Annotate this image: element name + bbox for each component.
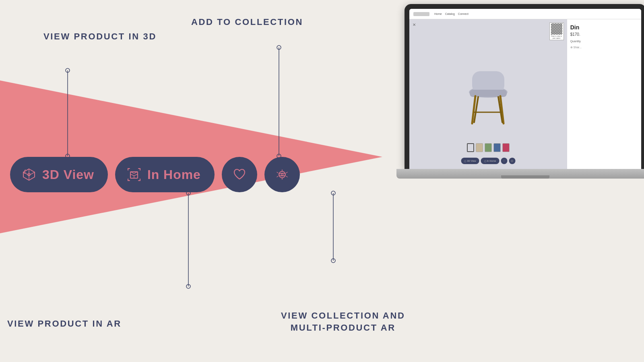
annotation-view-ar: VIEW PRODUCT IN AR bbox=[7, 319, 122, 329]
laptop-screen-outer: Home Catalog Connect ✕ Scan to view inyo… bbox=[405, 4, 644, 169]
chair-product-image bbox=[460, 60, 516, 128]
laptop-btn-3d: ⬡ 3D View bbox=[461, 158, 479, 164]
svg-point-2 bbox=[66, 68, 70, 72]
webpage-actions: ⬡ 3D View ⬡ In Home ♡ ◎ bbox=[461, 158, 515, 164]
laptop-screen-inner: Home Catalog Connect ✕ Scan to view inyo… bbox=[409, 9, 641, 169]
laptop-3d-label: 3D View bbox=[467, 160, 476, 162]
annotation-view-3d: VIEW PRODUCT IN 3D bbox=[43, 31, 157, 42]
btn-3d-view-label: 3D View bbox=[42, 167, 94, 182]
nav-link-connect: Connect bbox=[458, 12, 469, 15]
svg-point-17 bbox=[281, 174, 283, 176]
btn-ar-scan[interactable] bbox=[264, 157, 300, 192]
nav-link-home: Home bbox=[434, 12, 442, 15]
laptop-inhome-label: In Home bbox=[487, 160, 496, 162]
annotation-multi-ar-line1: VIEW COLLECTION AND bbox=[281, 311, 405, 321]
btn-in-home-label: In Home bbox=[147, 167, 201, 182]
swatch-gray bbox=[467, 143, 474, 152]
qr-pattern bbox=[551, 23, 562, 35]
product-close: ✕ bbox=[413, 23, 416, 27]
swatch-tan bbox=[476, 143, 483, 152]
product-price: $170. bbox=[570, 32, 638, 37]
annotation-view-ar-text: VIEW PRODUCT IN AR bbox=[7, 319, 122, 329]
svg-point-5 bbox=[277, 45, 281, 49]
color-swatches bbox=[467, 143, 510, 152]
annotation-add-collection-text: ADD TO COLLECTION bbox=[191, 17, 303, 27]
ar-box-icon bbox=[126, 167, 142, 182]
ar-scan-icon bbox=[275, 167, 290, 182]
swatch-green bbox=[485, 143, 492, 152]
nav-links: Home Catalog Connect bbox=[434, 12, 469, 15]
btn-3d-view[interactable]: 3D View bbox=[10, 157, 108, 192]
product-info-panel: Din $170. Quantity ⊕ Shar... bbox=[567, 19, 641, 169]
nav-link-catalog: Catalog bbox=[445, 12, 455, 15]
product-share: ⊕ Shar... bbox=[570, 46, 638, 49]
svg-point-15 bbox=[279, 171, 285, 178]
laptop-ar-icon: ◎ bbox=[511, 159, 513, 162]
product-viewer: ✕ Scan to view inyour space bbox=[409, 19, 567, 169]
laptop-btn-ar: ◎ bbox=[509, 158, 515, 164]
swatch-pink bbox=[502, 143, 510, 152]
svg-point-9 bbox=[186, 284, 190, 288]
annotation-multi-ar: VIEW COLLECTION AND MULTI-PRODUCT AR bbox=[281, 311, 405, 333]
webpage-nav: Home Catalog Connect bbox=[409, 9, 641, 19]
webpage: Home Catalog Connect ✕ Scan to view inyo… bbox=[409, 9, 641, 169]
qr-code: Scan to view inyour space bbox=[549, 23, 564, 40]
webpage-content: ✕ Scan to view inyour space bbox=[409, 19, 641, 169]
btn-heart[interactable] bbox=[222, 157, 257, 192]
product-qty: Quantity bbox=[570, 40, 638, 43]
annotation-view-3d-text: VIEW PRODUCT IN 3D bbox=[43, 31, 157, 42]
buttons-row: 3D View In Home bbox=[10, 157, 300, 192]
qr-text: Scan to view inyour space bbox=[551, 35, 562, 39]
laptop-inhome-icon: ⬡ bbox=[484, 160, 486, 162]
laptop-mockup: Home Catalog Connect ✕ Scan to view inyo… bbox=[394, 4, 644, 197]
heart-icon bbox=[232, 167, 247, 182]
product-title: Din bbox=[570, 24, 638, 31]
laptop-btn-heart: ♡ bbox=[501, 158, 507, 164]
svg-point-11 bbox=[331, 191, 335, 195]
laptop-btn-inhome: ⬡ In Home bbox=[481, 158, 500, 164]
laptop-base bbox=[396, 169, 644, 179]
3d-cube-icon bbox=[21, 167, 37, 182]
laptop-3d-icon: ⬡ bbox=[464, 160, 466, 162]
btn-in-home[interactable]: In Home bbox=[115, 157, 215, 192]
svg-point-12 bbox=[331, 259, 335, 263]
annotation-add-collection: ADD TO COLLECTION bbox=[191, 17, 303, 27]
laptop-heart-icon: ♡ bbox=[503, 159, 505, 162]
annotation-multi-ar-line2: MULTI-PRODUCT AR bbox=[281, 323, 405, 333]
swatch-blue bbox=[493, 143, 501, 152]
nav-logo bbox=[413, 12, 429, 16]
